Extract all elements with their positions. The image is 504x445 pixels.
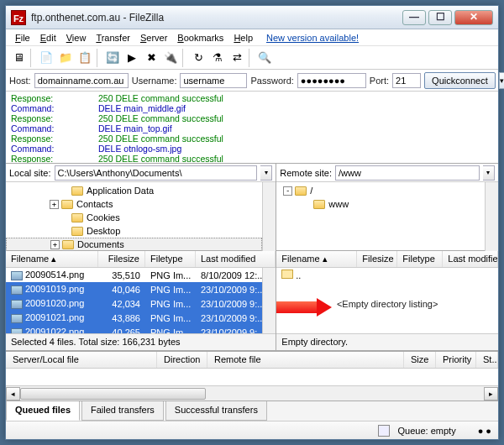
local-tree[interactable]: Application Data+ContactsCookiesDesktop+… [6,182,262,251]
folder-icon [295,186,307,196]
col-lastmod[interactable]: Last modified [196,251,276,267]
queue-status-text: Queue: empty [398,426,456,436]
compare-icon[interactable]: ⇄ [228,49,246,67]
qcol-status[interactable]: St.. [476,352,498,368]
queue-hscrollbar[interactable]: ◂ ▸ [6,385,498,400]
menu-edit[interactable]: Edit [36,32,60,44]
tree-node[interactable]: www [276,197,485,211]
folder-icon [71,227,83,236]
list-item[interactable]: 20090514.png35,510PNG Im...8/10/2009 12:… [6,268,262,282]
file-icon [11,285,23,295]
process-queue-icon[interactable]: ▶ [123,49,141,67]
expand-icon[interactable]: + [50,200,59,209]
col-filename[interactable]: Filename ▴ [6,251,98,267]
tree-node[interactable]: +Documents [6,238,262,251]
username-input[interactable] [180,73,247,88]
tab-failed[interactable]: Failed transfers [81,401,164,421]
folder-icon [71,186,83,196]
tree-node[interactable]: Desktop [6,224,262,238]
remote-tree[interactable]: -/www [276,182,485,251]
list-item[interactable]: 20091021.png43,886PNG Im...23/10/2009 9:… [6,311,262,325]
col-filesize[interactable]: Filesize [357,251,397,267]
qcol-direction[interactable]: Direction [157,352,207,368]
list-item[interactable]: 20091020.png42,034PNG Im...23/10/2009 9:… [6,296,262,311]
remote-file-list[interactable]: .. <Empty directory listing> [276,268,498,333]
local-path-dropdown[interactable]: ▾ [260,165,272,181]
list-item[interactable]: 20091022.png40,265PNG Im...23/10/2009 9:… [6,325,262,333]
queue-header[interactable]: Server/Local file Direction Remote file … [6,352,498,369]
tree-node[interactable]: -/ [276,184,485,197]
qcol-size[interactable]: Size [404,352,436,368]
scroll-right-button[interactable]: ▸ [484,387,498,400]
tree-node[interactable]: +Contacts [6,197,262,211]
list-item-updir[interactable]: .. [276,268,498,282]
maximize-button[interactable]: ☐ [428,10,452,25]
queue-indicator-icon [378,425,390,437]
queue-list[interactable] [6,369,498,385]
remote-tree-scrollbar[interactable] [485,182,498,251]
title-bar[interactable]: Fz ftp.onthenet.com.au - FileZilla — ☐ ✕ [6,6,498,29]
qcol-remote[interactable]: Remote file [207,352,404,368]
tree-node[interactable]: Application Data [6,184,262,197]
menu-view[interactable]: View [62,32,91,44]
list-item[interactable]: 20091019.png40,046PNG Im...23/10/2009 9:… [6,282,262,296]
toggle-tree-icon[interactable]: 📁 [56,49,75,67]
remote-list-header[interactable]: Filename ▴ Filesize Filetype Last modifi… [276,251,498,268]
local-file-list[interactable]: 20090514.png35,510PNG Im...8/10/2009 12:… [6,268,262,333]
sitemanager-icon[interactable]: 🖥 [9,49,28,67]
quickconnect-history-dropdown[interactable]: ▾ [499,72,504,89]
col-filetype[interactable]: Filetype [145,251,196,267]
message-log[interactable]: Response:250 DELE command successfulComm… [6,92,498,164]
local-list-scrollbar[interactable] [262,268,276,333]
menu-bookmarks[interactable]: Bookmarks [173,32,228,44]
local-tree-scrollbar[interactable] [262,182,276,251]
new-version-link[interactable]: New version available! [262,32,363,44]
empty-listing-text: <Empty directory listing> [276,282,498,309]
disconnect-icon[interactable]: 🔌 [161,49,180,67]
qcol-server[interactable]: Server/Local file [6,352,157,368]
quickconnect-button[interactable]: Quickconnect [424,72,496,89]
port-input[interactable] [392,73,421,88]
menu-help[interactable]: Help [229,32,257,44]
scroll-left-button[interactable]: ◂ [6,387,20,400]
filter-icon[interactable]: ⚗ [208,49,227,67]
refresh-icon[interactable]: 🔄 [103,49,122,67]
local-site-label: Local site: [9,168,51,178]
col-filetype[interactable]: Filetype [397,251,443,267]
expand-icon[interactable]: - [283,186,292,196]
col-lastmod[interactable]: Last modified [443,251,498,267]
minimize-button[interactable]: — [402,10,426,25]
menu-transfer[interactable]: Transfer [92,32,134,44]
local-site-bar: Local site: ▾ [6,164,276,182]
host-input[interactable] [34,73,129,88]
expand-icon[interactable]: + [50,240,60,249]
port-label: Port: [370,76,389,86]
tree-node[interactable]: Cookies [6,211,262,224]
toggle-log-icon[interactable]: 📄 [37,49,55,67]
menu-file[interactable]: File [11,32,34,44]
remote-path-input[interactable] [335,165,480,181]
file-icon [11,314,23,323]
search-icon[interactable]: 🔍 [255,49,274,67]
qcol-priority[interactable]: Priority [436,352,476,368]
reconnect-icon[interactable]: ↻ [189,49,207,67]
col-filename[interactable]: Filename ▴ [276,251,357,267]
remote-pane: Remote site: ▾ -/www Filename ▴ Filesize… [276,164,498,350]
menu-server[interactable]: Server [136,32,171,44]
status-bar: Queue: empty ● ● [6,421,498,439]
panes: Local site: ▾ Application Data+ContactsC… [6,164,498,350]
local-path-input[interactable] [55,165,258,181]
local-pane: Local site: ▾ Application Data+ContactsC… [6,164,276,350]
tab-queued[interactable]: Queued files [6,401,80,421]
remote-path-dropdown[interactable]: ▾ [483,165,495,181]
close-button[interactable]: ✕ [454,10,493,25]
toggle-queue-icon[interactable]: 📋 [76,49,94,67]
tab-success[interactable]: Successful transfers [165,401,267,421]
local-list-header[interactable]: Filename ▴ Filesize Filetype Last modifi… [6,251,276,268]
scroll-thumb[interactable] [20,388,206,400]
password-input[interactable] [297,73,366,88]
cancel-icon[interactable]: ✖ [142,49,160,67]
user-label: Username: [132,76,177,86]
col-filesize[interactable]: Filesize [98,251,145,267]
activity-indicator: ● ● [478,426,491,436]
